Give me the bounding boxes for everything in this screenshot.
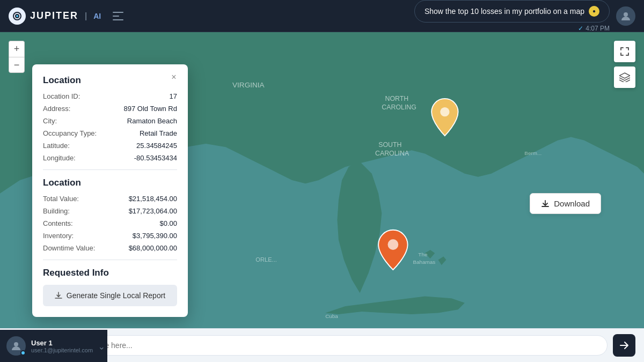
popup-section2-title: Location	[43, 178, 177, 188]
bottom-user-name: User 1	[31, 339, 93, 347]
map-container: VIRGINIA NORTH CAROLING SOUTH CAROLINA C…	[0, 32, 644, 328]
svg-text:Bahamas: Bahamas	[413, 259, 435, 265]
downtime-value: $68,000,000.00	[129, 244, 177, 252]
svg-point-26	[14, 342, 18, 346]
sidebar-toggle-button[interactable]	[109, 8, 127, 25]
bottom-user-avatar	[6, 336, 26, 356]
svg-rect-3	[113, 12, 123, 13]
svg-text:The: The	[418, 252, 428, 257]
svg-text:NORTH: NORTH	[385, 95, 409, 102]
download-label: Download	[554, 199, 590, 208]
user-expand-button[interactable]: ⌃	[98, 341, 105, 351]
header: JUPITER | AI Show the top 10 losses in m…	[0, 0, 644, 32]
location-id-label: Location ID:	[43, 92, 102, 100]
svg-rect-5	[113, 19, 123, 20]
bottom-user-bar: User 1 user.1@jupiterintel.com ⌃	[0, 330, 107, 362]
downtime-label: Downtime Value:	[43, 244, 102, 252]
main-content: VIRGINIA NORTH CAROLING SOUTH CAROLINA C…	[0, 32, 644, 362]
chat-input[interactable]	[33, 335, 608, 356]
building-value: $17,723,064.00	[129, 207, 177, 215]
location-popup: × Location Location ID: 17 Address: 897 …	[32, 64, 188, 317]
layers-button[interactable]	[614, 67, 635, 88]
city-label: City:	[43, 117, 102, 125]
download-button[interactable]: Download	[530, 193, 601, 214]
user-avatar-header[interactable]	[616, 6, 635, 26]
generate-report-button[interactable]: Generate Single Local Report	[43, 285, 177, 306]
address-value: 897 Old Town Rd	[124, 105, 178, 113]
logo-ai-text: AI	[93, 12, 101, 20]
svg-text:CAROLING: CAROLING	[382, 104, 416, 111]
query-text: Show the top 10 losses in my portfolio o…	[425, 7, 584, 16]
zoom-in-button[interactable]: +	[9, 41, 25, 57]
svg-rect-4	[113, 16, 119, 17]
popup-close-button[interactable]: ×	[167, 71, 180, 84]
svg-text:ORLE...: ORLE...	[255, 256, 277, 263]
fullscreen-icon	[620, 47, 630, 56]
bottom-online-dot	[20, 350, 26, 356]
popup-row-total: Total Value: $21,518,454.00	[43, 195, 177, 203]
logo-text: JUPITER	[30, 10, 78, 21]
chat-area: VIRGINIA NORTH CAROLING SOUTH CAROLINA C…	[0, 32, 644, 362]
popup-row-city: City: Ramaton Beach	[43, 117, 177, 125]
popup-row-building: Building: $17,723,064.00	[43, 207, 177, 215]
popup-divider-2	[43, 260, 177, 260]
svg-marker-24	[619, 73, 630, 78]
total-label: Total Value:	[43, 195, 102, 203]
popup-title: Location	[43, 75, 177, 86]
logo-container: JUPITER | AI	[9, 8, 101, 25]
generate-btn-label: Generate Single Local Report	[67, 291, 165, 300]
timestamp: ✓ 4:07 PM	[578, 25, 610, 32]
download-icon	[541, 200, 550, 208]
total-value: $21,518,454.00	[129, 195, 177, 203]
send-icon	[619, 341, 629, 350]
popup-row-longitude: Longitude: -80.53453434	[43, 154, 177, 162]
occupancy-label: Occupancy Type:	[43, 129, 102, 137]
send-button[interactable]	[613, 334, 635, 357]
query-bubble[interactable]: Show the top 10 losses in my portfolio o…	[414, 0, 610, 23]
generate-download-icon	[55, 292, 62, 299]
map-zoom-controls: + −	[9, 41, 25, 73]
svg-text:VIRGINIA: VIRGINIA	[232, 81, 265, 89]
zoom-out-button[interactable]: −	[9, 57, 25, 73]
layers-icon	[619, 72, 630, 82]
popup-row-occupancy: Occupancy Type: Retail Trade	[43, 129, 177, 137]
latitude-label: Latitude:	[43, 142, 102, 150]
svg-text:Berm...: Berm...	[524, 150, 541, 156]
svg-point-22	[440, 107, 449, 116]
inventory-label: Inventory:	[43, 232, 102, 240]
popup-row-inventory: Inventory: $3,795,390.00	[43, 232, 177, 240]
svg-point-23	[387, 239, 398, 250]
svg-point-2	[16, 15, 18, 17]
svg-point-6	[624, 12, 628, 17]
requested-info-title: Requested Info	[43, 268, 177, 278]
popup-row-latitude: Latitude: 25.34584245	[43, 142, 177, 150]
city-value: Ramaton Beach	[127, 117, 177, 125]
contents-label: Contents:	[43, 219, 102, 227]
longitude-label: Longitude:	[43, 154, 102, 162]
longitude-value: -80.53453434	[134, 154, 177, 162]
popup-row-location-id: Location ID: 17	[43, 92, 177, 100]
contents-value: $0.00	[159, 219, 177, 227]
svg-text:Cuba: Cuba	[325, 313, 338, 319]
occupancy-value: Retail Trade	[140, 129, 177, 137]
latitude-value: 25.34584245	[136, 142, 177, 150]
popup-row-contents: Contents: $0.00	[43, 219, 177, 227]
logo-icon	[9, 8, 26, 25]
address-label: Address:	[43, 105, 102, 113]
popup-divider-1	[43, 169, 177, 170]
bottom-user-email: user.1@jupiterintel.com	[31, 347, 93, 353]
svg-text:SOUTH: SOUTH	[378, 141, 401, 149]
location-id-value: 17	[170, 92, 177, 100]
inventory-value: $3,795,390.00	[133, 232, 177, 240]
svg-text:CAROLINA: CAROLINA	[375, 150, 409, 157]
bottom-user-info: User 1 user.1@jupiterintel.com	[31, 339, 93, 353]
building-label: Building:	[43, 207, 102, 215]
popup-row-downtime: Downtime Value: $68,000,000.00	[43, 244, 177, 252]
query-dot-icon: ●	[589, 6, 599, 17]
fullscreen-button[interactable]	[614, 41, 635, 62]
popup-row-address: Address: 897 Old Town Rd	[43, 105, 177, 113]
